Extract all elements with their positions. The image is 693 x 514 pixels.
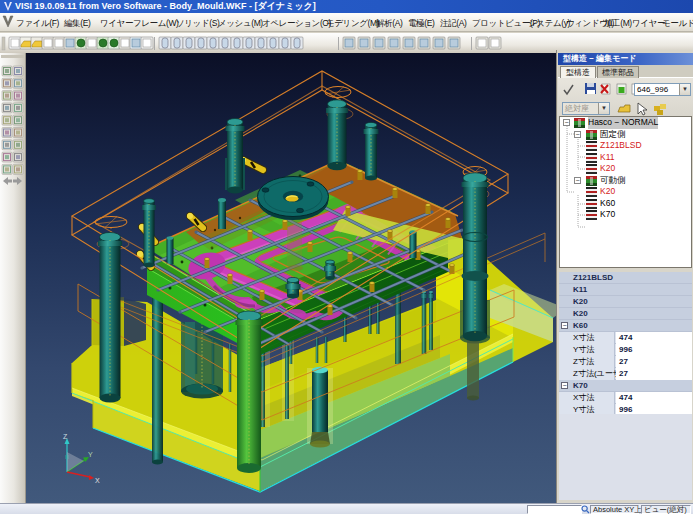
svg-text:Z: Z bbox=[63, 433, 68, 440]
svg-text:Y: Y bbox=[88, 451, 93, 458]
svg-text:X: X bbox=[95, 477, 100, 484]
